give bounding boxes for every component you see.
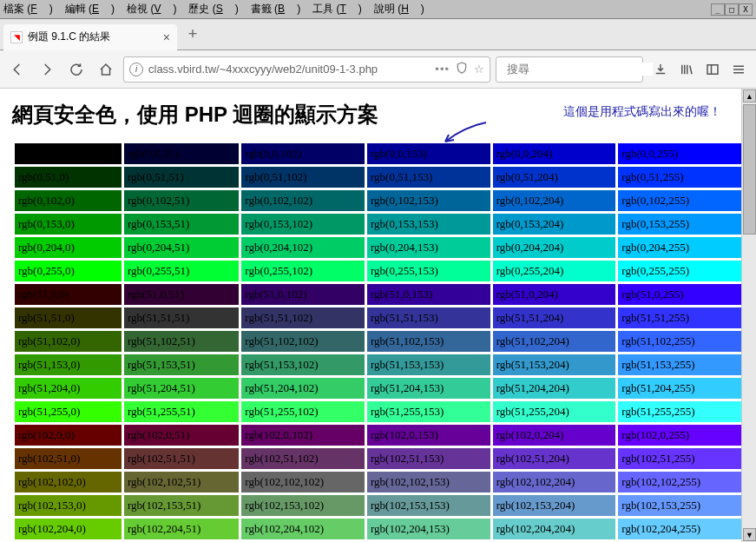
color-cell: rgb(0,0,0) <box>15 143 122 164</box>
reload-button[interactable] <box>64 57 89 82</box>
color-cell: rgb(51,153,204) <box>493 354 616 375</box>
sidebar-button[interactable] <box>700 57 725 82</box>
color-cell: rgb(0,255,102) <box>241 261 365 281</box>
color-cell: rgb(102,153,255) <box>618 495 741 516</box>
close-tab-icon[interactable]: × <box>163 30 170 44</box>
vertical-scrollbar[interactable]: ▲ ▼ <box>741 89 756 542</box>
favicon-icon: ◥ <box>10 31 23 43</box>
color-cell: rgb(102,204,102) <box>241 519 365 539</box>
color-cell: rgb(102,102,204) <box>493 472 616 492</box>
color-cell: rgb(102,51,204) <box>493 448 616 469</box>
color-cell: rgb(0,51,153) <box>367 167 490 188</box>
table-row: rgb(51,51,0)rgb(51,51,51)rgb(51,51,102)r… <box>15 307 741 328</box>
table-row: rgb(102,51,0)rgb(102,51,51)rgb(102,51,10… <box>15 448 741 469</box>
menu-item[interactable]: 說明 (H) <box>374 2 424 17</box>
color-cell: rgb(102,0,204) <box>493 425 616 446</box>
minimize-button[interactable]: _ <box>711 3 725 16</box>
annotation-arrow-icon <box>438 120 490 149</box>
color-cell: rgb(0,153,204) <box>493 214 616 235</box>
color-cell: rgb(51,153,102) <box>241 354 365 375</box>
color-cell: rgb(0,102,204) <box>493 190 616 211</box>
color-cell: rgb(102,204,51) <box>124 519 239 539</box>
color-cell: rgb(102,0,51) <box>124 425 239 446</box>
color-cell: rgb(0,51,0) <box>15 167 122 188</box>
scroll-down-button[interactable]: ▼ <box>743 528 756 541</box>
color-cell: rgb(51,204,153) <box>367 378 490 399</box>
color-cell: rgb(0,204,204) <box>493 237 616 258</box>
color-cell: rgb(0,153,102) <box>241 214 365 235</box>
new-tab-button[interactable]: + <box>181 23 205 47</box>
color-cell: rgb(51,51,0) <box>15 307 122 328</box>
color-cell: rgb(51,255,255) <box>618 401 741 422</box>
search-bar[interactable] <box>496 56 643 83</box>
close-window-button[interactable]: X <box>739 3 753 16</box>
back-button[interactable] <box>5 57 30 82</box>
color-cell: rgb(0,102,153) <box>367 190 490 211</box>
color-cell: rgb(102,102,51) <box>124 472 239 492</box>
window-controls: _ □ X <box>711 3 753 16</box>
color-cell: rgb(0,255,0) <box>15 261 122 281</box>
navigation-bar: i ••• ☆ <box>0 50 756 89</box>
forward-button[interactable] <box>35 57 59 82</box>
table-row: rgb(102,204,0)rgb(102,204,51)rgb(102,204… <box>15 519 741 539</box>
menu-item[interactable]: 工具 (T) <box>312 2 362 17</box>
color-cell: rgb(51,102,0) <box>15 331 122 352</box>
color-cell: rgb(102,51,255) <box>618 448 741 469</box>
table-row: rgb(51,0,0)rgb(51,0,51)rgb(51,0,102)rgb(… <box>15 284 741 305</box>
table-row: rgb(0,255,0)rgb(0,255,51)rgb(0,255,102)r… <box>15 261 741 281</box>
table-row: rgb(0,102,0)rgb(0,102,51)rgb(0,102,102)r… <box>15 190 741 211</box>
color-cell: rgb(0,102,102) <box>241 190 365 211</box>
color-cell: rgb(102,153,0) <box>15 495 122 516</box>
menu-item[interactable]: 檔案 (F) <box>3 2 53 17</box>
color-cell: rgb(51,255,51) <box>124 401 239 422</box>
site-info-icon[interactable]: i <box>129 63 143 76</box>
svg-rect-1 <box>707 64 718 74</box>
maximize-button[interactable]: □ <box>725 3 739 16</box>
color-cell: rgb(102,51,0) <box>15 448 122 469</box>
table-row: rgb(102,102,0)rgb(102,102,51)rgb(102,102… <box>15 472 741 492</box>
color-cell: rgb(102,102,0) <box>15 472 122 492</box>
color-cell: rgb(0,0,255) <box>618 143 741 164</box>
page-actions-icon[interactable]: ••• <box>435 63 450 76</box>
home-button[interactable] <box>94 57 118 82</box>
annotation-text: 這個是用程式碼寫出來的喔！ <box>563 104 721 120</box>
menu-item[interactable]: 檢視 (V) <box>127 2 176 17</box>
menu-item[interactable]: 編輯 (E) <box>65 2 115 17</box>
color-cell: rgb(51,51,51) <box>124 307 239 328</box>
url-bar[interactable]: i ••• ☆ <box>123 56 490 83</box>
color-cell: rgb(102,204,153) <box>367 519 490 539</box>
color-cell: rgb(51,204,51) <box>124 378 239 399</box>
color-cell: rgb(0,204,255) <box>618 237 741 258</box>
color-cell: rgb(0,0,102) <box>241 143 365 164</box>
color-cell: rgb(0,204,102) <box>241 237 365 258</box>
color-cell: rgb(51,102,153) <box>367 331 490 352</box>
color-cell: rgb(102,153,153) <box>367 495 490 516</box>
menu-item[interactable]: 歷史 (S) <box>188 2 238 17</box>
color-cell: rgb(0,102,0) <box>15 190 122 211</box>
bookmark-star-icon[interactable]: ☆ <box>474 63 484 76</box>
color-cell: rgb(51,0,102) <box>241 284 365 305</box>
shield-icon[interactable] <box>455 61 469 77</box>
url-input[interactable] <box>148 63 430 76</box>
color-cell: rgb(51,255,153) <box>367 401 490 422</box>
tab-bar: ◥ 例題 9.1.C 的結果 × + <box>0 19 756 50</box>
color-cell: rgb(102,102,102) <box>241 472 365 492</box>
color-cell: rgb(51,204,102) <box>241 378 365 399</box>
downloads-button[interactable] <box>648 57 673 82</box>
search-input[interactable] <box>507 63 653 76</box>
color-cell: rgb(51,102,255) <box>618 331 741 352</box>
library-button[interactable] <box>674 57 699 82</box>
color-cell: rgb(51,0,204) <box>493 284 616 305</box>
color-cell: rgb(102,0,0) <box>15 425 122 446</box>
scroll-up-button[interactable]: ▲ <box>743 89 756 102</box>
color-cell: rgb(51,153,255) <box>618 354 741 375</box>
color-cell: rgb(51,0,255) <box>618 284 741 305</box>
menu-button[interactable] <box>726 57 751 82</box>
scrollbar-thumb[interactable] <box>743 104 756 235</box>
color-cell: rgb(51,255,102) <box>241 401 365 422</box>
color-cell: rgb(51,102,204) <box>493 331 616 352</box>
color-cell: rgb(51,102,51) <box>124 331 239 352</box>
menu-item[interactable]: 書籤 (B) <box>251 2 300 17</box>
browser-tab[interactable]: ◥ 例題 9.1.C 的結果 × <box>3 24 177 50</box>
color-cell: rgb(0,204,0) <box>15 237 122 258</box>
